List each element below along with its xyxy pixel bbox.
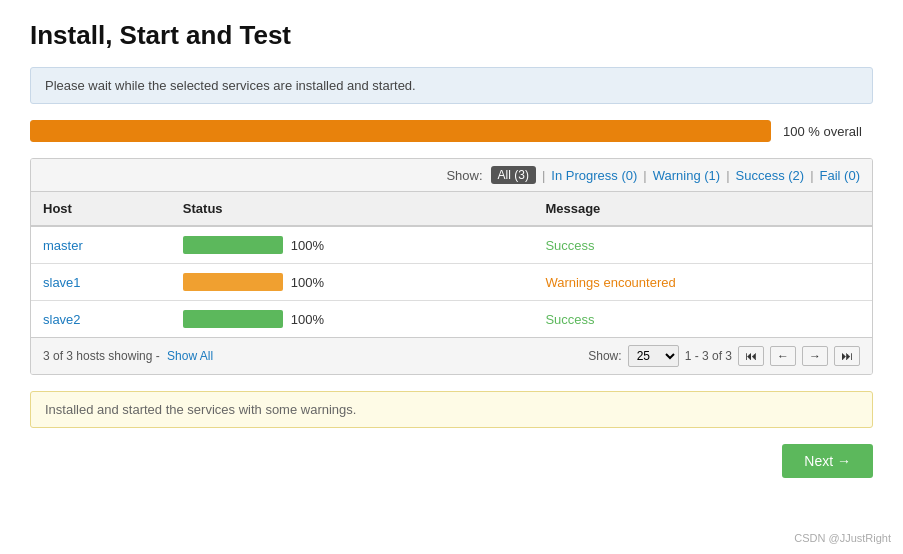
next-button[interactable]: Next → bbox=[782, 444, 873, 478]
host-link[interactable]: master bbox=[43, 238, 83, 253]
filter-success-link[interactable]: Success (2) bbox=[736, 168, 805, 183]
progress-label: 100 % overall bbox=[783, 124, 873, 139]
first-page-btn[interactable]: ⏮ bbox=[738, 346, 764, 366]
filter-bar: Show: All (3) | In Progress (0) | Warnin… bbox=[31, 159, 872, 192]
col-message: Message bbox=[533, 192, 872, 226]
pct-text: 100% bbox=[291, 275, 324, 290]
table-row: slave1100%Warnings encountered bbox=[31, 264, 872, 301]
page-info: 1 - 3 of 3 bbox=[685, 349, 732, 363]
host-link[interactable]: slave1 bbox=[43, 275, 81, 290]
hosts-table: Host Status Message master100%Successsla… bbox=[31, 192, 872, 337]
showing-info: 3 of 3 hosts showing - Show All bbox=[43, 349, 213, 363]
page-title: Install, Start and Test bbox=[30, 20, 873, 51]
host-link[interactable]: slave2 bbox=[43, 312, 81, 327]
status-bar bbox=[183, 310, 283, 328]
next-page-btn[interactable]: → bbox=[802, 346, 828, 366]
last-page-btn[interactable]: ⏭ bbox=[834, 346, 860, 366]
col-host: Host bbox=[31, 192, 171, 226]
progress-bar-container bbox=[30, 120, 771, 142]
filter-in-progress-link[interactable]: In Progress (0) bbox=[551, 168, 637, 183]
pct-text: 100% bbox=[291, 238, 324, 253]
bottom-row: Next → bbox=[30, 444, 873, 478]
filter-warning-link[interactable]: Warning (1) bbox=[653, 168, 720, 183]
message-cell: Warnings encountered bbox=[533, 264, 872, 301]
showing-text: 3 of 3 hosts showing bbox=[43, 349, 152, 363]
show-per-page-label: Show: bbox=[588, 349, 621, 363]
status-cell: 100% bbox=[183, 273, 522, 291]
message-cell: Success bbox=[533, 226, 872, 264]
table-header-row: Host Status Message bbox=[31, 192, 872, 226]
message-cell: Success bbox=[533, 301, 872, 338]
info-banner: Please wait while the selected services … bbox=[30, 67, 873, 104]
status-cell: 100% bbox=[183, 310, 522, 328]
overall-progress-row: 100 % overall bbox=[30, 120, 873, 142]
table-footer: 3 of 3 hosts showing - Show All Show: 25… bbox=[31, 337, 872, 374]
show-all-link[interactable]: Show All bbox=[167, 349, 213, 363]
table-row: slave2100%Success bbox=[31, 301, 872, 338]
pct-text: 100% bbox=[291, 312, 324, 327]
table-row: master100%Success bbox=[31, 226, 872, 264]
filter-fail-link[interactable]: Fail (0) bbox=[820, 168, 860, 183]
status-bar bbox=[183, 273, 283, 291]
pagination: Show: 25 10 50 100 1 - 3 of 3 ⏮ ← → ⏭ bbox=[588, 345, 860, 367]
hosts-table-section: Show: All (3) | In Progress (0) | Warnin… bbox=[30, 158, 873, 375]
per-page-select[interactable]: 25 10 50 100 bbox=[628, 345, 679, 367]
status-bar bbox=[183, 236, 283, 254]
col-status: Status bbox=[171, 192, 534, 226]
progress-bar-fill bbox=[30, 120, 771, 142]
filter-show-label: Show: bbox=[446, 168, 482, 183]
warning-banner: Installed and started the services with … bbox=[30, 391, 873, 428]
status-cell: 100% bbox=[183, 236, 522, 254]
filter-all-btn[interactable]: All (3) bbox=[491, 166, 536, 184]
prev-page-btn[interactable]: ← bbox=[770, 346, 796, 366]
